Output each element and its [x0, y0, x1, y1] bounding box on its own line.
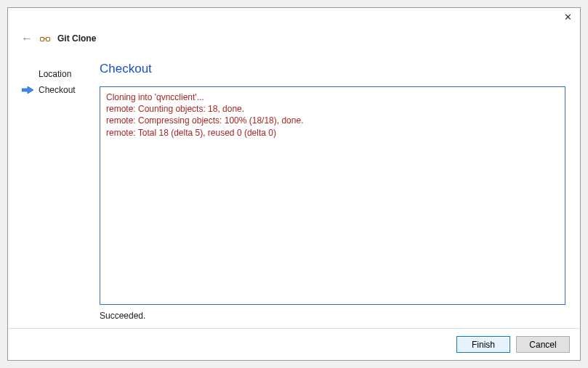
current-step-arrow-icon — [22, 86, 33, 94]
main-panel: Checkout Cloning into 'qvncclient'... re… — [100, 59, 580, 328]
page-title: Checkout — [100, 62, 565, 76]
sidebar-item-checkout[interactable]: Checkout — [8, 82, 100, 98]
close-button[interactable]: ✕ — [555, 8, 580, 25]
sidebar-item-label: Checkout — [39, 85, 76, 95]
dialog-window: ✕ ← Git Clone Location Checkout — [7, 7, 581, 361]
sidebar-item-label: Location — [39, 69, 71, 79]
sidebar: Location Checkout — [8, 59, 100, 328]
sidebar-item-location[interactable]: Location — [8, 66, 100, 82]
footer: Finish Cancel — [8, 328, 580, 360]
header: ← Git Clone — [8, 28, 580, 49]
header-title: Git Clone — [57, 33, 96, 44]
finish-button[interactable]: Finish — [456, 336, 510, 353]
titlebar: ✕ — [8, 8, 580, 28]
back-arrow-icon[interactable]: ← — [21, 32, 33, 45]
cancel-button[interactable]: Cancel — [516, 336, 570, 353]
git-icon — [40, 35, 50, 42]
sidebar-item-icon-slot — [21, 86, 34, 94]
svg-marker-0 — [22, 86, 33, 94]
close-icon: ✕ — [564, 12, 572, 22]
log-output: Cloning into 'qvncclient'... remote: Cou… — [100, 86, 565, 305]
status-text: Succeeded. — [100, 305, 565, 328]
dialog-body: Location Checkout Checkout Cloning into … — [8, 49, 580, 328]
